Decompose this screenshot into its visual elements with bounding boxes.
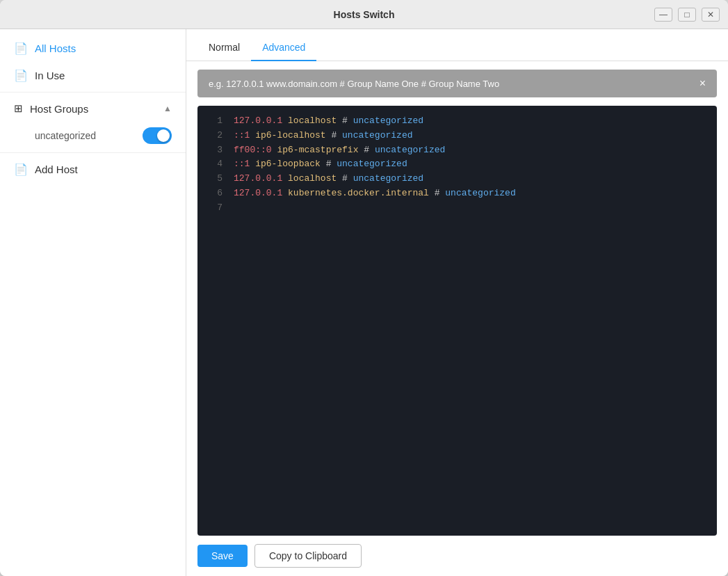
code-line-5: 5 127.0.0.1 localhost # uncategorized [197, 172, 717, 186]
sidebar-item-add-host[interactable]: 📄 Add Host [0, 156, 186, 183]
tab-normal[interactable]: Normal [197, 35, 251, 61]
line-content: ::1 ip6-loopback # uncategorized [234, 157, 407, 172]
copy-to-clipboard-button[interactable]: Copy to Clipboard [254, 544, 362, 568]
uncategorized-label: uncategorized [35, 130, 96, 141]
window-controls: — □ ✕ [654, 8, 720, 22]
code-editor[interactable]: 1 127.0.0.1 localhost # uncategorized 2 … [197, 106, 717, 536]
line-content: 127.0.0.1 localhost # uncategorized [234, 172, 423, 186]
maximize-button[interactable]: □ [678, 8, 696, 22]
line-number: 2 [206, 129, 223, 143]
line-content: 127.0.0.1 kubernetes.docker.internal # u… [234, 186, 516, 201]
info-banner-text: e.g. 127.0.0.1 www.domain.com # Group Na… [209, 79, 499, 89]
footer: Save Copy to Clipboard [186, 536, 728, 576]
code-line-3: 3 ff00::0 ip6-mcastprefix # uncategorize… [197, 143, 717, 158]
line-number: 4 [206, 157, 223, 172]
host-groups-label: Host Groups [30, 103, 156, 115]
minimize-button[interactable]: — [654, 8, 672, 22]
line-number: 6 [206, 186, 223, 201]
main-content: 📄 All Hosts 📄 In Use ⊞ Host Groups ▲ unc… [0, 29, 728, 576]
document-icon-2: 📄 [14, 69, 28, 82]
in-use-label: In Use [35, 70, 65, 81]
line-number: 1 [206, 114, 223, 129]
line-content: ff00::0 ip6-mcastprefix # uncategorized [234, 143, 445, 158]
sidebar: 📄 All Hosts 📄 In Use ⊞ Host Groups ▲ unc… [0, 29, 186, 576]
info-banner-close-button[interactable]: × [699, 78, 706, 89]
close-button[interactable]: ✕ [702, 8, 720, 22]
sidebar-item-in-use[interactable]: 📄 In Use [0, 62, 186, 89]
line-number: 5 [206, 172, 223, 186]
code-line-2: 2 ::1 ip6-localhost # uncategorized [197, 129, 717, 143]
tab-bar: Normal Advanced [186, 29, 728, 61]
code-line-4: 4 ::1 ip6-loopback # uncategorized [197, 157, 717, 172]
app-window: Hosts Switch — □ ✕ 📄 All Hosts 📄 In Use … [0, 0, 728, 576]
sidebar-item-all-hosts[interactable]: 📄 All Hosts [0, 35, 186, 62]
all-hosts-label: All Hosts [35, 42, 76, 54]
line-number: 7 [206, 201, 223, 216]
sidebar-divider-2 [0, 152, 186, 153]
document-icon: 📄 [14, 42, 28, 55]
sidebar-group-host-groups[interactable]: ⊞ Host Groups ▲ [0, 95, 186, 122]
add-document-icon: 📄 [14, 163, 28, 176]
tab-advanced[interactable]: Advanced [251, 35, 316, 61]
info-banner: e.g. 127.0.0.1 www.domain.com # Group Na… [197, 70, 717, 97]
sidebar-divider-1 [0, 92, 186, 93]
code-line-6: 6 127.0.0.1 kubernetes.docker.internal #… [197, 186, 717, 201]
titlebar: Hosts Switch — □ ✕ [0, 0, 728, 29]
save-button[interactable]: Save [197, 545, 248, 567]
grid-icon: ⊞ [14, 102, 23, 115]
line-number: 3 [206, 143, 223, 158]
add-host-label: Add Host [35, 163, 78, 175]
uncategorized-toggle[interactable] [143, 127, 172, 144]
sidebar-item-uncategorized[interactable]: uncategorized [0, 122, 186, 150]
line-content: ::1 ip6-localhost # uncategorized [234, 129, 412, 143]
right-panel: Normal Advanced e.g. 127.0.0.1 www.domai… [186, 29, 728, 576]
line-content: 127.0.0.1 localhost # uncategorized [234, 114, 423, 129]
code-line-7: 7 [197, 201, 717, 216]
code-line-1: 1 127.0.0.1 localhost # uncategorized [197, 114, 717, 129]
chevron-up-icon: ▲ [163, 104, 172, 113]
window-title: Hosts Switch [334, 9, 395, 20]
